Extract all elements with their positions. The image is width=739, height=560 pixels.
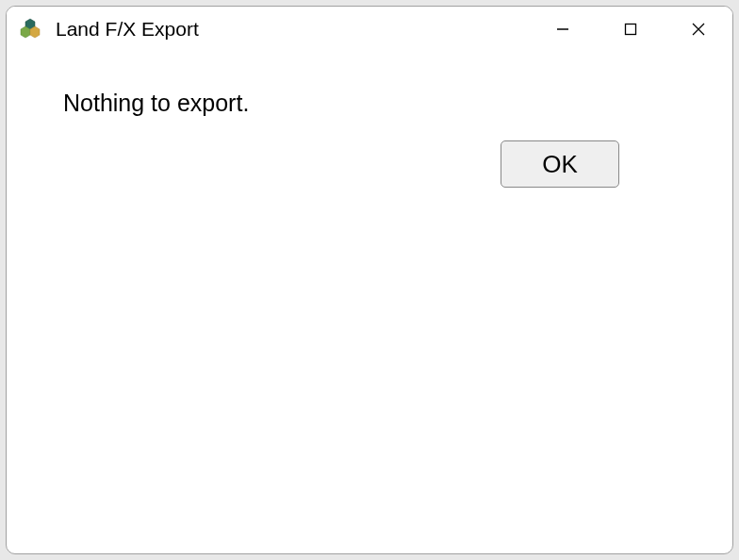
- message-text: Nothing to export.: [63, 90, 676, 117]
- hexagon-cluster-icon: [20, 17, 44, 41]
- maximize-icon: [623, 22, 638, 37]
- close-button[interactable]: [665, 7, 732, 52]
- dialog-window: Land F/X Export Nothing to export. O: [6, 6, 733, 554]
- ok-button[interactable]: OK: [501, 140, 619, 188]
- minimize-button[interactable]: [529, 7, 597, 52]
- titlebar: Land F/X Export: [7, 7, 732, 52]
- dialog-content: Nothing to export. OK: [7, 52, 732, 553]
- window-controls: [529, 7, 732, 52]
- minimize-icon: [555, 22, 570, 37]
- close-icon: [691, 22, 706, 37]
- svg-rect-4: [626, 25, 636, 35]
- window-title: Land F/X Export: [56, 18, 529, 41]
- maximize-button[interactable]: [597, 7, 665, 52]
